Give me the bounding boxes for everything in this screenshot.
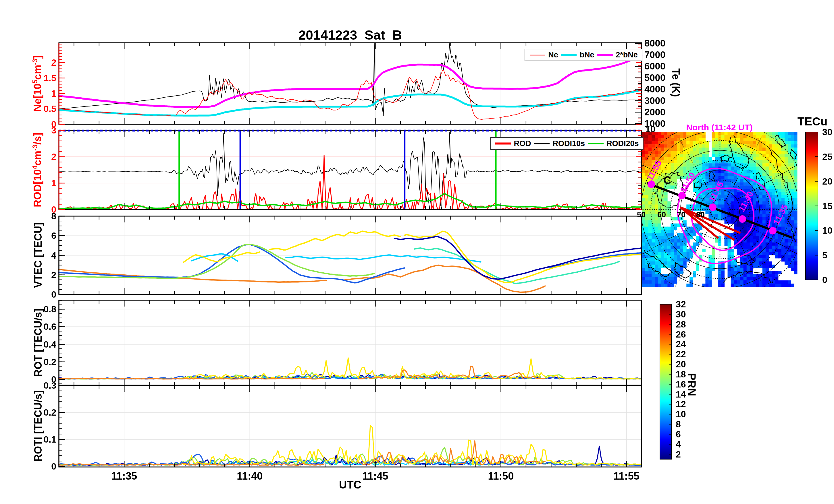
ne_te-ytick-label: 1.5 <box>44 73 56 83</box>
ne_te-right-ytick-label: 8000 <box>644 38 665 49</box>
prn-colorbar-tick-label: 28 <box>676 319 686 329</box>
vtec-ytick-label: 4 <box>51 250 56 260</box>
axis-label-rod: ROD[104cm-3/s] <box>31 133 44 207</box>
vtec-ytick-label: 0 <box>51 289 56 300</box>
prn-colorbar-tick-label: 6 <box>676 429 681 439</box>
legend-item-ne: Ne <box>529 50 558 60</box>
vtec-ytick-label: 8 <box>51 211 56 222</box>
roti-ytick-label: 0 <box>51 461 56 472</box>
prn-colorbar-tick-label: 22 <box>676 349 686 360</box>
tecu-colorbar-tick-label: 10 <box>822 225 833 236</box>
tecu-colorbar-title: TECu <box>797 115 827 128</box>
figure-title: 20141223 Sat_B <box>299 27 402 43</box>
legend-line-rodi20 <box>588 142 604 145</box>
ne_te-right-ytick-label: 6000 <box>644 61 665 72</box>
x-tick-label: 11:55 <box>614 470 639 482</box>
rot-ytick-label: 0.2 <box>44 357 56 367</box>
prn-colorbar-tick-label: 12 <box>676 399 686 410</box>
vtec-ytick-label: 6 <box>51 230 56 241</box>
prn-colorbar-label: PRN <box>685 373 698 396</box>
ne_te-right-ytick-label: 4000 <box>644 84 665 95</box>
prn-colorbar-tick-label: 32 <box>676 299 686 310</box>
legend-label-ne: Ne <box>548 50 558 60</box>
map-lat-label: 70 <box>677 210 685 219</box>
legend-label-rod: ROD <box>514 139 531 148</box>
prn-colorbar-tick-label: 18 <box>676 369 686 380</box>
legend-line-rod <box>495 142 511 145</box>
legend-item-rodi10: RODI10s <box>533 139 585 148</box>
rot-ytick-label: 0.8 <box>44 304 56 315</box>
prn-colorbar-tick-label: 26 <box>676 329 686 340</box>
x-tick-label: 11:35 <box>111 470 137 482</box>
roti-ytick-label: 0.2 <box>44 407 56 418</box>
tecu-colorbar-tick-label: 25 <box>822 151 833 162</box>
prn-colorbar-tick-label: 10 <box>676 409 686 420</box>
figure: 20141223 Sat_B Ne[105cm-3] Te (K) ROD[10… <box>0 0 834 504</box>
legend-rod: ROD RODI10s RODI20s <box>490 137 643 150</box>
plot-canvas <box>0 0 834 504</box>
legend-line-ne <box>529 54 546 56</box>
prn-colorbar-tick-label: 2 <box>676 449 681 459</box>
ne_te-right-ytick-label: 7000 <box>644 49 665 60</box>
rot-ytick-label: 0.4 <box>44 339 56 349</box>
legend-label-2bne: 2*bNe <box>616 50 638 60</box>
map-lat-label: 50 <box>637 210 645 219</box>
map-lat-label: 60 <box>657 210 666 219</box>
ne_te-right-ytick-label: 3000 <box>644 95 665 106</box>
legend-label-rodi20: RODI20s <box>607 139 639 148</box>
legend-label-rodi10: RODI10s <box>552 139 585 148</box>
axis-label-ne: Ne[105cm-3] <box>31 55 44 112</box>
map-c-label: C <box>663 174 671 187</box>
legend-item-2bne: 2*bNe <box>597 50 638 60</box>
prn-colorbar-tick-label: 20 <box>676 359 686 370</box>
prn-colorbar-tick-label: 16 <box>676 379 686 389</box>
prn-colorbar-tick-label: 14 <box>676 389 686 399</box>
map-lat-label: 80 <box>696 210 705 219</box>
axis-label-vtec: VTEC [TECU] <box>32 223 44 288</box>
tecu-colorbar-tick-label: 0 <box>822 275 827 285</box>
x-tick-label: 11:40 <box>237 470 263 482</box>
ne_te-right-ytick-label: 5000 <box>644 72 665 83</box>
map-title: North (11:42 UT) <box>686 122 753 132</box>
legend-line-2bne <box>597 53 613 57</box>
axis-label-te: Te (K) <box>670 68 682 97</box>
roti-ytick-label: 0.3 <box>44 380 56 391</box>
legend-line-rodi10 <box>533 142 550 145</box>
tecu-colorbar-tick-label: 15 <box>822 201 833 211</box>
legend-ne: Ne bNe 2*bNe <box>525 49 642 61</box>
legend-item-rodi20: RODI20s <box>588 139 639 148</box>
ne_te-ytick-label: 0.5 <box>44 104 56 114</box>
ne_te-right-ytick-label: 2000 <box>644 107 665 118</box>
x-tick-label: 11:45 <box>362 470 388 482</box>
tecu-colorbar-tick-label: 20 <box>822 176 833 187</box>
rod-ytick-label: 3 <box>51 125 56 136</box>
rod-ytick-label: 1 <box>51 178 56 188</box>
tecu-colorbar-tick-label: 5 <box>822 250 827 260</box>
legend-item-bne: bNe <box>561 50 594 60</box>
legend-item-rod: ROD <box>495 139 531 148</box>
prn-colorbar-tick-label: 30 <box>676 309 686 319</box>
prn-colorbar-tick-label: 8 <box>676 419 681 430</box>
roti-ytick-label: 0.1 <box>44 434 56 445</box>
rod-ytick-label: 2 <box>51 152 56 162</box>
prn-colorbar-tick-label: 24 <box>676 339 686 349</box>
axis-label-utc: UTC <box>339 479 361 491</box>
rot-ytick-label: 0.6 <box>44 321 56 332</box>
ne_te-ytick-label: 1 <box>51 88 56 99</box>
ne_te-ytick-label: 2 <box>51 58 56 68</box>
vtec-ytick-label: 2 <box>51 270 56 280</box>
x-tick-label: 11:50 <box>488 470 514 482</box>
legend-label-bne: bNe <box>579 50 594 60</box>
ne_te-right-ytick-label: 1000 <box>644 118 665 129</box>
legend-line-bne <box>561 53 577 57</box>
tecu-colorbar-tick-label: 30 <box>822 127 833 137</box>
axis-label-roti: ROTI [TECU/s] <box>32 390 44 461</box>
prn-colorbar-tick-label: 4 <box>676 439 681 450</box>
axis-label-rot: ROT [TECU/s] <box>32 308 44 377</box>
